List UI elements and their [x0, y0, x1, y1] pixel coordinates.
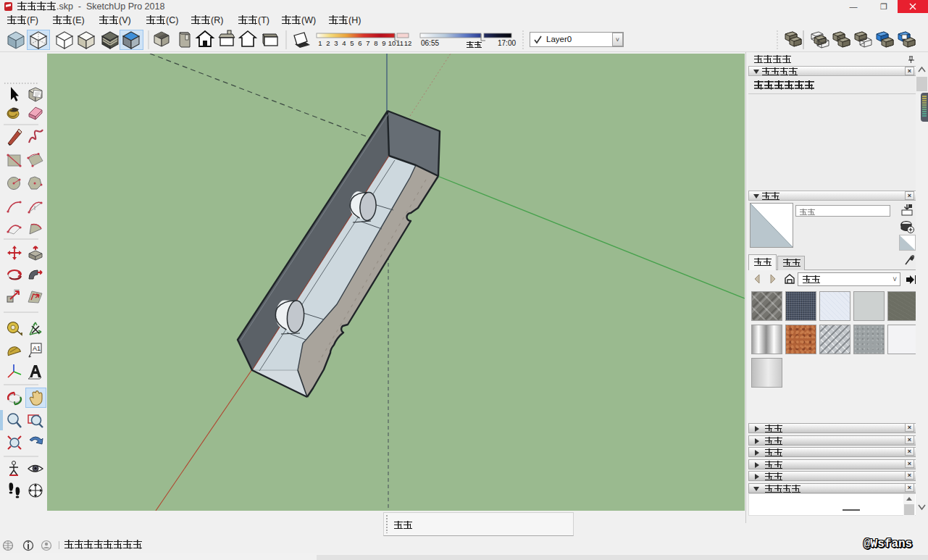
svg-text:4: 4: [342, 39, 346, 47]
svg-text:7: 7: [366, 39, 369, 47]
svg-text:2: 2: [326, 39, 330, 47]
svg-text:A1: A1: [33, 345, 41, 352]
svg-text:10: 10: [388, 39, 396, 47]
svg-text:11: 11: [396, 39, 404, 47]
svg-text:17:00: 17:00: [498, 39, 516, 47]
svg-text:9: 9: [382, 39, 385, 47]
svg-text:1: 1: [318, 39, 322, 47]
svg-text:06:55: 06:55: [421, 39, 439, 47]
svg-text:6: 6: [358, 39, 361, 47]
svg-text:12: 12: [404, 39, 412, 47]
svg-text:8: 8: [374, 39, 377, 47]
svg-text:3: 3: [334, 39, 338, 47]
svg-text:5: 5: [350, 39, 354, 47]
